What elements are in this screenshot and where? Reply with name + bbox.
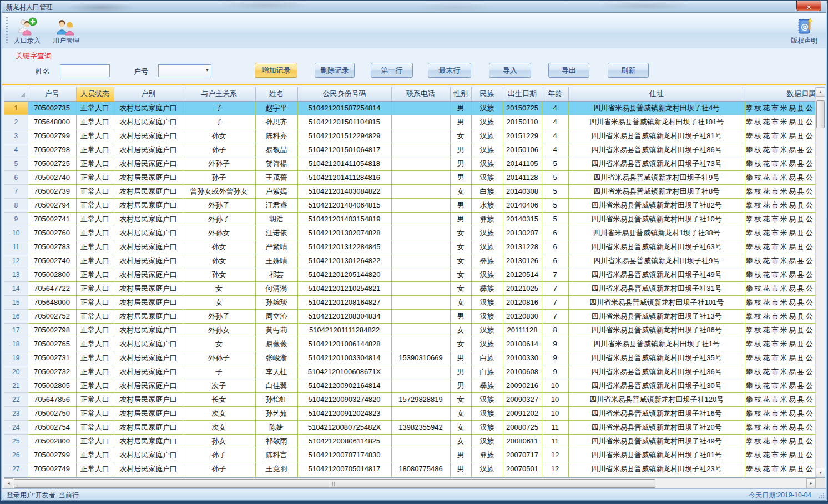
cell-ethnicity[interactable]: 汉族 bbox=[471, 170, 503, 184]
cell-age[interactable]: 10 bbox=[542, 379, 568, 392]
cell-name[interactable]: 孙艺茹 bbox=[255, 406, 297, 420]
cell-hu_type[interactable]: 农村居民家庭户口 bbox=[114, 129, 183, 143]
cell-address[interactable]: 四川省米易县普威镇新龙村田坝子社23号 bbox=[568, 462, 745, 476]
cell-birth_date[interactable]: 20120830 bbox=[503, 309, 542, 323]
cell-name[interactable]: 易敬喆 bbox=[255, 143, 297, 157]
cell-name[interactable]: 严紫晴 bbox=[255, 240, 297, 254]
cell-status[interactable]: 正常人口 bbox=[76, 351, 114, 365]
cell-address[interactable]: 四川省米易县普威镇新龙村田坝子社101号 bbox=[568, 115, 745, 129]
cell-name[interactable]: 何清漪 bbox=[255, 281, 297, 295]
cell-status[interactable]: 正常人口 bbox=[76, 406, 114, 420]
cell-ethnicity[interactable]: 彝族 bbox=[471, 254, 503, 268]
cell-id_number[interactable]: 510421201006144828 bbox=[297, 337, 391, 351]
cell-hu_type[interactable]: 农村居民家庭户口 bbox=[114, 212, 183, 226]
cell-gender[interactable]: 女 bbox=[450, 226, 471, 240]
cell-hukou_no[interactable]: 705002749 bbox=[28, 462, 76, 476]
cell-hukou_no[interactable]: 705002799 bbox=[28, 448, 76, 462]
cell-ethnicity[interactable]: 白族 bbox=[471, 365, 503, 379]
cell-relation[interactable]: 外孙子 bbox=[183, 212, 255, 226]
cell-relation[interactable]: 孙女 bbox=[183, 254, 255, 268]
cell-name[interactable]: 祁芸 bbox=[255, 268, 297, 281]
cell-phone[interactable] bbox=[391, 212, 450, 226]
row-number-cell[interactable]: 4 bbox=[4, 143, 28, 157]
cell-hukou_no[interactable]: 705002800 bbox=[28, 434, 76, 448]
cell-name[interactable]: 孙怡虹 bbox=[255, 392, 297, 406]
cell-status[interactable]: 正常人口 bbox=[76, 281, 114, 295]
col-header-data_owner[interactable]: 数据归属 bbox=[745, 87, 816, 101]
cell-age[interactable]: 5 bbox=[542, 157, 568, 170]
row-number-cell[interactable]: 13 bbox=[4, 268, 28, 281]
cell-address[interactable]: 四川省米易县普威镇新龙村田坝子社35号 bbox=[568, 351, 745, 365]
cell-gender[interactable]: 女 bbox=[450, 295, 471, 309]
cell-data_owner[interactable]: 攀枝花市米易县公 bbox=[745, 212, 816, 226]
cell-hukou_no[interactable]: 705002725 bbox=[28, 157, 76, 170]
cell-name[interactable]: 周立沁 bbox=[255, 309, 297, 323]
cell-id_number[interactable]: 510421201403154819 bbox=[297, 212, 391, 226]
cell-data_owner[interactable]: 攀枝花市米易县公 bbox=[745, 254, 816, 268]
cell-name[interactable]: 汪君睿 bbox=[255, 198, 297, 212]
row-number-cell[interactable]: 19 bbox=[4, 351, 28, 365]
cell-address[interactable]: 四川省米易县普威镇新龙村田坝子社16号 bbox=[568, 406, 745, 420]
cell-name[interactable]: 祁敬雨 bbox=[255, 434, 297, 448]
cell-gender[interactable]: 女 bbox=[450, 434, 471, 448]
cell-relation[interactable]: 女 bbox=[183, 337, 255, 351]
cell-address[interactable]: 四川省米易县普威镇新龙村田坝子社9号 bbox=[568, 170, 745, 184]
copyright-button[interactable]: @ 版权声明 bbox=[787, 15, 821, 47]
name-input[interactable] bbox=[60, 64, 110, 77]
cell-name[interactable]: 赵宇平 bbox=[255, 101, 297, 115]
cell-address[interactable]: 四川省米易县普威镇新龙村田坝子社10号 bbox=[568, 212, 745, 226]
cell-status[interactable]: 正常人口 bbox=[76, 240, 114, 254]
toolbar-grip[interactable] bbox=[6, 17, 8, 43]
cell-age[interactable]: 9 bbox=[542, 337, 568, 351]
row-number-cell[interactable]: 21 bbox=[4, 379, 28, 392]
cell-hukou_no[interactable]: 705002800 bbox=[28, 268, 76, 281]
cell-id_number[interactable]: 510421201301264822 bbox=[297, 254, 391, 268]
col-header-name[interactable]: 姓名 bbox=[255, 87, 297, 101]
cell-hukou_no[interactable]: 705002799 bbox=[28, 129, 76, 143]
cell-ethnicity[interactable]: 汉族 bbox=[471, 295, 503, 309]
cell-relation[interactable]: 外孙子 bbox=[183, 157, 255, 170]
cell-phone[interactable] bbox=[391, 129, 450, 143]
col-header-phone[interactable]: 联系电话 bbox=[391, 87, 450, 101]
cell-data_owner[interactable]: 攀枝花市米易县公 bbox=[745, 337, 816, 351]
cell-status[interactable]: 正常人口 bbox=[76, 143, 114, 157]
cell-name[interactable]: 黄丐莉 bbox=[255, 323, 297, 337]
cell-hukou_no[interactable]: 705002760 bbox=[28, 226, 76, 240]
cell-phone[interactable] bbox=[391, 184, 450, 198]
export-button[interactable]: 导出 bbox=[548, 63, 589, 78]
row-number-cell[interactable]: 11 bbox=[4, 240, 28, 254]
cell-data_owner[interactable]: 攀枝花市米易县公 bbox=[745, 240, 816, 254]
cell-status[interactable]: 正常人口 bbox=[76, 448, 114, 462]
cell-id_number[interactable]: 510421200707174830 bbox=[297, 448, 391, 462]
cell-data_owner[interactable]: 攀枝花市米易县公 bbox=[745, 448, 816, 462]
cell-hukou_no[interactable]: 705002740 bbox=[28, 254, 76, 268]
cell-address[interactable]: 四川省米易县普威镇新龙村1坝子社38号 bbox=[568, 226, 745, 240]
cell-gender[interactable]: 女 bbox=[450, 268, 471, 281]
cell-hu_type[interactable]: 农村居民家庭户口 bbox=[114, 281, 183, 295]
cell-birth_date[interactable]: 20140315 bbox=[503, 212, 542, 226]
cell-relation[interactable]: 长女 bbox=[183, 392, 255, 406]
cell-gender[interactable]: 男 bbox=[450, 351, 471, 365]
cell-age[interactable]: 9 bbox=[542, 351, 568, 365]
cell-address[interactable]: 四川省米易县普威镇新龙村田坝子社4号 bbox=[568, 101, 745, 115]
cell-gender[interactable]: 女 bbox=[450, 254, 471, 268]
cell-gender[interactable]: 女 bbox=[450, 323, 471, 337]
cell-hukou_no[interactable]: 705648000 bbox=[28, 295, 76, 309]
cell-hu_type[interactable]: 农村居民家庭户口 bbox=[114, 365, 183, 379]
cell-id_number[interactable]: 510421201302074828 bbox=[297, 226, 391, 240]
cell-phone[interactable] bbox=[391, 406, 450, 420]
cell-data_owner[interactable]: 攀枝花市米易县公 bbox=[745, 309, 816, 323]
cell-status[interactable]: 正常人口 bbox=[76, 157, 114, 170]
cell-ethnicity[interactable]: 汉族 bbox=[471, 434, 503, 448]
cell-id_number[interactable]: 510421201404064815 bbox=[297, 198, 391, 212]
cell-gender[interactable]: 女 bbox=[450, 240, 471, 254]
cell-address[interactable]: 四川省米易县普威镇新龙村田坝子社81号 bbox=[568, 448, 745, 462]
cell-address[interactable]: 四川省米易县普威镇新龙村田坝子社30号 bbox=[568, 379, 745, 392]
col-header-age[interactable]: 年龄 bbox=[542, 87, 568, 101]
cell-data_owner[interactable]: 攀枝花市米易县公 bbox=[745, 170, 816, 184]
cell-hukou_no[interactable]: 705002752 bbox=[28, 309, 76, 323]
cell-name[interactable]: 李天柱 bbox=[255, 365, 297, 379]
cell-phone[interactable] bbox=[391, 226, 450, 240]
col-header-hu_type[interactable]: 户别 bbox=[114, 87, 183, 101]
cell-ethnicity[interactable]: 汉族 bbox=[471, 392, 503, 406]
